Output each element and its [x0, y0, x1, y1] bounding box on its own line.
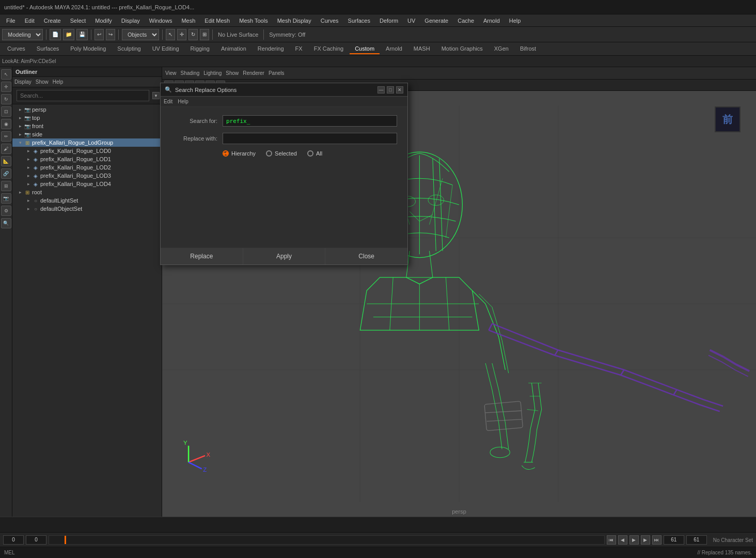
outliner-show-menu[interactable]: Show: [36, 79, 49, 85]
goto-end-btn[interactable]: ⏭: [652, 535, 662, 545]
tree-item-prefix_kallari_rogue_lod2[interactable]: ▸◈prefix_Kallari_Rogue_LOD2: [12, 163, 162, 172]
view-menu[interactable]: View: [165, 70, 177, 76]
tab-animation[interactable]: Animation: [216, 44, 251, 54]
renderer-menu[interactable]: Renderer: [243, 70, 264, 76]
new-scene-btn[interactable]: 📄: [50, 29, 61, 40]
tree-item-prefix_kallari_rogue_lod0[interactable]: ▸◈prefix_Kallari_Rogue_LOD0: [12, 147, 162, 155]
select-tool[interactable]: ↖: [166, 29, 175, 40]
menu-item-cache[interactable]: Cache: [453, 17, 478, 25]
tab-mash[interactable]: MASH: [408, 44, 435, 54]
menu-item-mesh-display[interactable]: Mesh Display: [273, 17, 316, 25]
tree-item-root[interactable]: ▸⊞root: [12, 188, 162, 196]
all-radio[interactable]: All: [307, 150, 322, 157]
dialog-help-menu[interactable]: Help: [178, 99, 188, 104]
tree-item-prefix_kallari_rogue_lod4[interactable]: ▸◈prefix_Kallari_Rogue_LOD4: [12, 180, 162, 188]
tree-item-defaultobjectset[interactable]: ▸○defaultObjectSet: [12, 205, 162, 213]
menu-item-create[interactable]: Create: [40, 17, 65, 25]
tab-fx[interactable]: FX: [290, 44, 308, 54]
tab-bifrost[interactable]: Bifrost: [515, 44, 541, 54]
open-scene-btn[interactable]: 📁: [63, 29, 74, 40]
menu-item-deform[interactable]: Deform: [375, 17, 402, 25]
hierarchy-radio-btn[interactable]: [223, 150, 229, 157]
grid-icon[interactable]: ⊞: [1, 181, 11, 191]
outliner-search-input[interactable]: [17, 90, 149, 101]
apply-button[interactable]: Apply: [243, 248, 326, 265]
outliner-display-menu[interactable]: Display: [14, 79, 32, 85]
scale-icon[interactable]: ⊡: [1, 106, 11, 117]
menu-item-display[interactable]: Display: [117, 17, 144, 25]
show-menu[interactable]: Show: [226, 70, 239, 76]
scale-tool[interactable]: ⊞: [200, 29, 209, 40]
tab-poly-modeling[interactable]: Poly Modeling: [65, 44, 111, 54]
paint-icon[interactable]: ✏: [1, 131, 11, 142]
menu-item-mesh-tools[interactable]: Mesh Tools: [235, 17, 272, 25]
menu-item-help[interactable]: Help: [505, 17, 525, 25]
move-tool[interactable]: ✛: [177, 29, 186, 40]
tree-item-side[interactable]: ▸📷side: [12, 130, 162, 138]
tab-curves[interactable]: Curves: [2, 44, 30, 54]
tab-xgen[interactable]: XGen: [489, 44, 514, 54]
tab-rendering[interactable]: Rendering: [253, 44, 289, 54]
next-frame-btn[interactable]: ▶: [641, 535, 650, 545]
tree-item-defaultlightset[interactable]: ▸○defaultLightSet: [12, 196, 162, 205]
measure-icon[interactable]: 📐: [1, 156, 11, 166]
mode-dropdown[interactable]: Modeling: [2, 29, 43, 40]
menu-item-curves[interactable]: Curves: [317, 17, 343, 25]
search-options-btn[interactable]: ▼: [152, 92, 160, 99]
menu-item-file[interactable]: File: [2, 17, 20, 25]
lighting-menu[interactable]: Lighting: [203, 70, 222, 76]
selection-icon[interactable]: ↖: [1, 69, 11, 80]
undo-btn[interactable]: ↩: [94, 29, 104, 40]
playback-start-input[interactable]: [26, 535, 46, 545]
menu-item-modify[interactable]: Modify: [91, 17, 116, 25]
current-frame-input[interactable]: [664, 535, 684, 545]
sculpt-icon[interactable]: 🖌: [1, 144, 11, 154]
search-input[interactable]: [223, 115, 397, 127]
menu-item-arnold[interactable]: Arnold: [479, 17, 504, 25]
panels-menu[interactable]: Panels: [269, 70, 285, 76]
replace-button[interactable]: Replace: [161, 248, 243, 265]
tab-motion-graphics[interactable]: Motion Graphics: [436, 44, 488, 54]
render-icon[interactable]: 📷: [1, 193, 11, 204]
timeline-ruler[interactable]: [0, 517, 756, 532]
dialog-edit-menu[interactable]: Edit: [164, 99, 172, 104]
settings-icon[interactable]: ⚙: [1, 206, 11, 216]
tab-fx-caching[interactable]: FX Caching: [309, 44, 349, 54]
menu-item-generate[interactable]: Generate: [420, 17, 452, 25]
tab-surfaces[interactable]: Surfaces: [32, 44, 64, 54]
tree-item-front[interactable]: ▸📷front: [12, 122, 162, 130]
tree-item-prefix_kallari_rogue_lodgroup[interactable]: ▾⊞prefix_Kallari_Rogue_LodGroup: [12, 138, 162, 147]
hierarchy-radio[interactable]: Hierarchy: [223, 150, 256, 157]
shading-menu[interactable]: Shading: [181, 70, 200, 76]
close-button[interactable]: Close: [325, 248, 407, 265]
outliner-help-menu[interactable]: Help: [53, 79, 64, 85]
move-icon[interactable]: ✛: [1, 82, 11, 92]
menu-item-select[interactable]: Select: [66, 17, 90, 25]
menu-item-edit-mesh[interactable]: Edit Mesh: [200, 17, 234, 25]
menu-item-surfaces[interactable]: Surfaces: [344, 17, 374, 25]
rotate-icon[interactable]: ↻: [1, 94, 11, 104]
redo-btn[interactable]: ↪: [106, 29, 115, 40]
soft-select-icon[interactable]: ◉: [1, 119, 11, 129]
tab-rigging[interactable]: Rigging: [185, 44, 215, 54]
tab-uv-editing[interactable]: UV Editing: [147, 44, 184, 54]
replace-input[interactable]: [223, 133, 397, 144]
selected-radio[interactable]: Selected: [266, 150, 297, 157]
menu-item-edit[interactable]: Edit: [21, 17, 39, 25]
menu-item-mesh[interactable]: Mesh: [177, 17, 199, 25]
start-frame-input[interactable]: [3, 535, 24, 545]
rotate-tool[interactable]: ↻: [188, 29, 198, 40]
tree-item-top[interactable]: ▸📷top: [12, 114, 162, 122]
snap-icon[interactable]: 🔗: [1, 168, 11, 179]
tree-item-prefix_kallari_rogue_lod3[interactable]: ▸◈prefix_Kallari_Rogue_LOD3: [12, 172, 162, 180]
tab-sculpting[interactable]: Sculpting: [112, 44, 146, 54]
tab-arnold[interactable]: Arnold: [381, 44, 407, 54]
prev-frame-btn[interactable]: ◀: [618, 535, 627, 545]
goto-start-btn[interactable]: ⏮: [607, 535, 616, 545]
dialog-maximize-btn[interactable]: □: [387, 86, 394, 94]
menu-item-windows[interactable]: Windows: [145, 17, 177, 25]
end-frame-input[interactable]: [686, 535, 707, 545]
dialog-minimize-btn[interactable]: —: [377, 86, 385, 94]
play-btn[interactable]: ▶: [629, 535, 639, 545]
all-radio-btn[interactable]: [307, 150, 313, 157]
